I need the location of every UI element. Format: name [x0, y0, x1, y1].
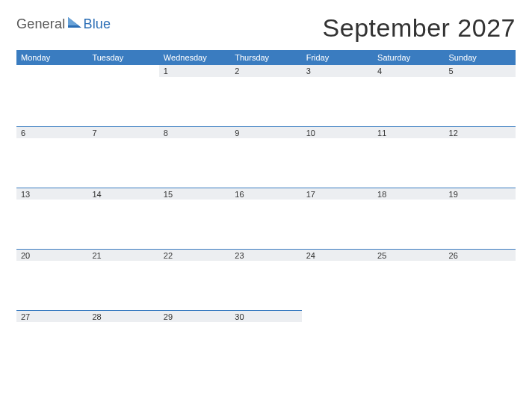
- day-number: 23: [235, 251, 244, 260]
- logo-triangle-icon: [68, 17, 81, 31]
- day-number-strip: 20: [16, 249, 87, 261]
- day-number-strip: 5: [445, 65, 516, 77]
- day-header-tue: Tuesday: [87, 53, 158, 62]
- day-number: 13: [21, 190, 30, 199]
- day-number-strip: 26: [445, 249, 516, 261]
- day-cell: 19: [445, 188, 516, 249]
- calendar-grid: Monday Tuesday Wednesday Thursday Friday…: [16, 50, 516, 371]
- day-number: 3: [306, 67, 311, 75]
- day-number-strip: [87, 65, 158, 77]
- day-cell: [373, 310, 444, 371]
- day-number-strip: 29: [159, 310, 230, 322]
- day-number-strip: 8: [159, 126, 230, 138]
- day-number: 19: [449, 190, 458, 199]
- day-number-strip: [373, 310, 444, 322]
- day-number: 7: [92, 129, 96, 137]
- day-cell: 6: [16, 126, 87, 188]
- day-number: 5: [449, 67, 454, 75]
- day-number: 8: [164, 129, 168, 137]
- day-number: 25: [377, 251, 386, 260]
- day-header-sun: Sunday: [445, 53, 516, 62]
- day-number: 22: [164, 251, 173, 260]
- day-number: 10: [306, 129, 315, 137]
- day-header-wed: Wednesday: [159, 53, 230, 62]
- day-cell: 13: [16, 188, 87, 249]
- day-header-row: Monday Tuesday Wednesday Thursday Friday…: [16, 50, 516, 65]
- day-cell: 3: [302, 65, 373, 126]
- day-number-strip: 19: [445, 188, 516, 200]
- day-cell: 30: [230, 310, 301, 371]
- day-cell: 5: [445, 65, 516, 126]
- day-cell: 22: [159, 249, 230, 310]
- day-cell: 4: [373, 65, 444, 126]
- day-cell: 15: [159, 188, 230, 249]
- day-number-strip: [16, 65, 87, 77]
- day-number-strip: 10: [302, 126, 373, 138]
- day-number-strip: 17: [302, 188, 373, 200]
- day-cell: 17: [302, 188, 373, 249]
- day-number-strip: 9: [230, 126, 301, 138]
- header: General Blue September 2027: [16, 13, 516, 43]
- day-number-strip: 13: [16, 188, 87, 200]
- day-number: 6: [21, 129, 25, 137]
- day-number: 24: [306, 251, 315, 260]
- day-number: 15: [164, 190, 173, 199]
- week-row: 12345: [16, 65, 516, 126]
- day-number-strip: 14: [87, 188, 158, 200]
- day-number-strip: [445, 310, 516, 322]
- day-number-strip: 18: [373, 188, 444, 200]
- week-row: 6789101112: [16, 126, 516, 188]
- day-number: 20: [21, 251, 30, 260]
- logo-text-general: General: [16, 16, 65, 32]
- day-number-strip: 22: [159, 249, 230, 261]
- day-cell: 29: [159, 310, 230, 371]
- day-number: 2: [235, 67, 239, 75]
- day-number-strip: 11: [373, 126, 444, 138]
- logo: General Blue: [16, 13, 111, 32]
- day-number-strip: [302, 310, 373, 322]
- day-number-strip: 6: [16, 126, 87, 138]
- day-number-strip: 12: [445, 126, 516, 138]
- day-number: 17: [306, 190, 315, 199]
- day-number: 28: [92, 312, 101, 321]
- page-title: September 2027: [323, 13, 516, 43]
- day-number: 11: [377, 129, 386, 137]
- day-cell: 25: [373, 249, 444, 310]
- day-cell: [302, 310, 373, 371]
- day-number: 4: [377, 67, 382, 75]
- day-cell: 24: [302, 249, 373, 310]
- day-header-thu: Thursday: [230, 53, 301, 62]
- day-cell: 7: [87, 126, 158, 188]
- day-number: 14: [92, 190, 101, 199]
- day-number-strip: 28: [87, 310, 158, 322]
- day-header-fri: Friday: [302, 53, 373, 62]
- day-cell: 14: [87, 188, 158, 249]
- day-number-strip: 16: [230, 188, 301, 200]
- day-number-strip: 4: [373, 65, 444, 77]
- day-header-mon: Monday: [16, 53, 87, 62]
- day-number: 18: [377, 190, 386, 199]
- day-number: 1: [164, 67, 168, 75]
- day-number-strip: 15: [159, 188, 230, 200]
- day-cell: [445, 310, 516, 371]
- day-number: 16: [235, 190, 244, 199]
- day-cell: 16: [230, 188, 301, 249]
- day-number-strip: 21: [87, 249, 158, 261]
- day-number-strip: 24: [302, 249, 373, 261]
- day-cell: 1: [159, 65, 230, 126]
- day-number: 26: [449, 251, 458, 260]
- day-number-strip: 2: [230, 65, 301, 77]
- day-cell: 27: [16, 310, 87, 371]
- day-number-strip: 25: [373, 249, 444, 261]
- day-header-sat: Saturday: [373, 53, 444, 62]
- day-cell: [87, 65, 158, 126]
- day-cell: 10: [302, 126, 373, 188]
- day-number-strip: 27: [16, 310, 87, 322]
- day-number: 30: [235, 312, 244, 321]
- day-cell: 20: [16, 249, 87, 310]
- day-number: 21: [92, 251, 101, 260]
- week-row: 27282930: [16, 310, 516, 371]
- day-cell: 28: [87, 310, 158, 371]
- week-row: 13141516171819: [16, 188, 516, 249]
- day-number: 9: [235, 129, 239, 137]
